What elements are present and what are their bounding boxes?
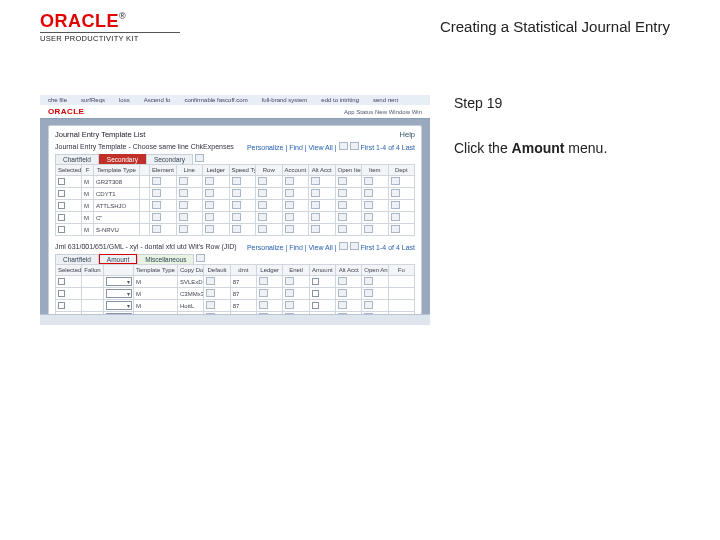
cell-icon	[364, 277, 373, 285]
col-account: Account	[282, 165, 309, 176]
cell-icon	[364, 301, 373, 309]
table-row: MHottL87	[56, 300, 415, 312]
table-row: MATTLSHJO	[56, 200, 415, 212]
thumb-grid2-tabs: Chartfield Amount Miscellaneous	[55, 254, 415, 264]
oracle-logo-block: ORACLE® USER PRODUCTIVITY KIT	[40, 12, 180, 43]
cell-icon	[391, 213, 400, 221]
cell-icon	[285, 213, 294, 221]
cell-icon	[258, 189, 267, 197]
col-f: F	[82, 165, 94, 176]
cell-icon	[338, 225, 347, 233]
cell-icon	[179, 189, 188, 197]
cell-icon	[258, 201, 267, 209]
cell-icon	[259, 301, 268, 309]
col-openitem: Open Item	[335, 165, 362, 176]
cell-icon	[311, 177, 320, 185]
dropdown-icon	[106, 289, 132, 298]
cell-icon	[338, 289, 347, 297]
instruction-text-post: menu.	[564, 140, 607, 156]
thumb-oracle-logo: ORACLE	[48, 107, 84, 116]
thumb-main-panel: Journal Entry Template List Help Journal…	[48, 125, 422, 325]
col-item: Item	[362, 165, 389, 176]
table-row: MSVLExD87	[56, 276, 415, 288]
cell-icon	[205, 189, 214, 197]
cell-icon	[391, 201, 400, 209]
cell-icon	[364, 177, 373, 185]
step-instruction: Click the Amount menu.	[454, 139, 690, 157]
cell-icon	[285, 289, 294, 297]
cell-icon	[205, 225, 214, 233]
instruction-column: Step 19 Click the Amount menu.	[454, 95, 690, 325]
cell-icon	[364, 201, 373, 209]
cell-icon	[364, 225, 373, 233]
col2-template-type: Template Type	[134, 265, 178, 276]
cell-icon	[285, 301, 294, 309]
thumb-window-links: App Status New Window Win	[344, 109, 422, 115]
grid-icon	[350, 242, 359, 250]
thumb-tab2-amount-highlighted[interactable]: Amount	[99, 254, 137, 264]
col-element: Element	[150, 165, 177, 176]
col-selected: Selected	[56, 165, 82, 176]
col2-amount: Amount	[309, 265, 335, 276]
thumb-tab: send rent	[373, 97, 398, 103]
checkbox-icon	[312, 278, 319, 285]
thumb-tab: Ascend fo	[144, 97, 171, 103]
cell-icon	[179, 177, 188, 185]
col-template-type: Template Type	[94, 165, 140, 176]
table-row: MC"	[56, 212, 415, 224]
col2-altacct: Alt Acct	[335, 265, 361, 276]
thumb-tab: confirmable fascoff.com	[184, 97, 247, 103]
cell-icon	[311, 213, 320, 221]
expand-icon	[196, 254, 205, 262]
step-number: Step 19	[454, 95, 690, 111]
thumb-grid1-nav: First 1-4 of 4 Last	[361, 144, 415, 151]
cell-icon	[259, 289, 268, 297]
cell-icon	[338, 189, 347, 197]
cell-icon	[285, 277, 294, 285]
cell-icon	[338, 301, 347, 309]
expand-icon	[195, 154, 204, 162]
thumb-grid2-caption: Jml 631/001/651/GML - xyl - dontal xfd u…	[55, 243, 237, 250]
thumb-browser-tabs: che file surfReqs loss Ascend fo confirm…	[40, 95, 430, 105]
cell-icon	[258, 213, 267, 221]
cell-icon	[179, 225, 188, 233]
cell-icon	[285, 201, 294, 209]
col-speedtype: Speed Type	[229, 165, 256, 176]
thumb-panel-title: Journal Entry Template List	[55, 130, 145, 139]
col-ledger: Ledger	[203, 165, 230, 176]
cell-icon	[338, 213, 347, 221]
cell-icon	[206, 301, 215, 309]
thumb-grid1-tabs: Chartfield Secondary Secondary	[55, 154, 415, 164]
checkbox-icon	[58, 226, 65, 233]
thumb-tab2-misc: Miscellaneous	[137, 254, 194, 264]
col2-selected: Selected	[56, 265, 82, 276]
page-header: ORACLE® USER PRODUCTIVITY KIT Creating a…	[0, 0, 720, 47]
document-title: Creating a Statistical Journal Entry	[180, 12, 690, 35]
cell-icon	[205, 213, 214, 221]
cell-icon	[338, 201, 347, 209]
checkbox-icon	[58, 202, 65, 209]
oracle-wordmark: ORACLE	[40, 11, 119, 31]
checkbox-icon	[58, 190, 65, 197]
screenshot-thumbnail: che file surfReqs loss Ascend fo confirm…	[40, 95, 430, 325]
table-row: MGR2T308	[56, 176, 415, 188]
col-row: Row	[256, 165, 283, 176]
cell-icon	[338, 177, 347, 185]
cell-icon	[179, 201, 188, 209]
thumb-tab2-chartfield: Chartfield	[55, 254, 99, 264]
thumb-tab: edd to intriting	[321, 97, 359, 103]
cell-icon	[152, 189, 161, 197]
thumb-tab: surfReqs	[81, 97, 105, 103]
cell-icon	[391, 177, 400, 185]
cell-icon	[232, 225, 241, 233]
cell-icon	[338, 277, 347, 285]
table-row: MS-NRVU	[56, 224, 415, 236]
cell-icon	[285, 189, 294, 197]
grid-icon	[339, 142, 348, 150]
checkbox-icon	[312, 290, 319, 297]
cell-icon	[364, 189, 373, 197]
cell-icon	[152, 225, 161, 233]
cell-icon	[205, 201, 214, 209]
dropdown-icon	[106, 301, 132, 310]
cell-icon	[232, 177, 241, 185]
